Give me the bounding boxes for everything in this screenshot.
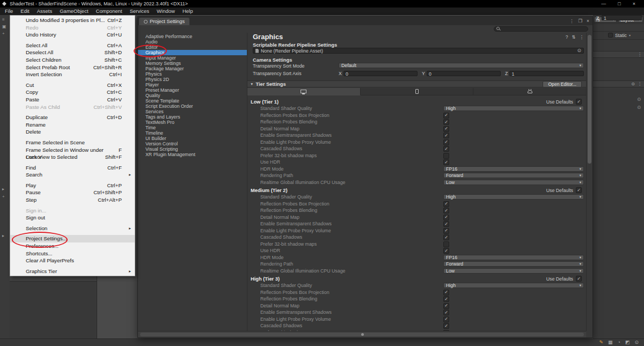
edit-menu-item[interactable]: Undo Modified 3 properties in Pl... Ctrl…: [10, 17, 135, 24]
edit-menu-item[interactable]: Project Settings...: [10, 235, 135, 242]
settings-category-item[interactable]: UI Builder: [138, 136, 247, 141]
settings-category-item[interactable]: Scene Template: [138, 98, 247, 104]
minimize-button[interactable]: —: [601, 1, 606, 6]
axis-value-input[interactable]: 0: [343, 71, 418, 76]
menu-bar-item[interactable]: GameObject: [56, 8, 92, 15]
edit-menu-item[interactable]: Preferences...: [10, 242, 135, 250]
edit-menu-item[interactable]: Frame Selected in Window under Cursor F: [10, 146, 135, 154]
settings-category-item[interactable]: Script Execution Order: [138, 104, 247, 109]
settings-category-item[interactable]: TextMesh Pro: [138, 120, 247, 125]
settings-category-item[interactable]: Visual Scripting: [138, 146, 247, 152]
tier-setting-dropdown[interactable]: FP16 ▾: [443, 166, 584, 172]
tool-strip-icon[interactable]: +: [2, 31, 5, 36]
menu-bar-item[interactable]: File: [1, 8, 17, 15]
settings-category-item[interactable]: Preset Manager: [138, 87, 247, 93]
close-tab-icon[interactable]: ×: [587, 18, 589, 24]
edit-menu-item[interactable]: Cut Ctrl+X: [10, 82, 135, 89]
tier-setting-checkbox[interactable]: ✓: [443, 290, 449, 296]
tool-strip-icon[interactable]: ▸: [2, 233, 4, 238]
settings-category-item[interactable]: Package Manager: [138, 66, 247, 71]
settings-category-item[interactable]: XR Plugin Management: [138, 152, 247, 157]
more-icon[interactable]: ⋮: [580, 34, 584, 40]
axis-value-input[interactable]: 1: [509, 71, 584, 76]
edit-menu-item[interactable]: Step Ctrl+Alt+P: [10, 196, 135, 204]
edit-menu-item[interactable]: Selection ▸: [10, 225, 135, 232]
object-picker-icon[interactable]: ⊙: [637, 97, 641, 102]
tab-platform-other[interactable]: [473, 88, 586, 95]
tier-setting-dropdown[interactable]: Forward ▾: [443, 173, 584, 178]
axis-value-input[interactable]: 0: [427, 71, 501, 76]
settings-category-item[interactable]: Physics 2D: [138, 77, 247, 82]
menu-bar-item[interactable]: Help: [179, 8, 197, 15]
edit-menu-item[interactable]: Shortcuts...: [10, 250, 135, 257]
tab-platform-desktop[interactable]: [247, 88, 361, 95]
tier-settings-header[interactable]: ▼ Tier Settings Open Editor...: [247, 80, 586, 87]
status-bar-icon[interactable]: ◩: [625, 340, 630, 345]
tier-setting-checkbox[interactable]: ✓: [443, 159, 449, 165]
menu-bar-item[interactable]: Window: [153, 8, 179, 15]
edit-menu-item[interactable]: Find Ctrl+F: [10, 164, 135, 172]
edit-menu-item[interactable]: Play Ctrl+P: [10, 182, 135, 189]
tier-setting-dropdown[interactable]: Low ▾: [443, 268, 584, 274]
maximize-button[interactable]: □: [618, 1, 620, 6]
edit-menu-item[interactable]: Duplicate Ctrl+D: [10, 114, 135, 121]
object-picker-icon[interactable]: ⊙: [637, 105, 641, 110]
edit-menu-item[interactable]: Redo Ctrl+Y: [10, 24, 135, 32]
object-picker-icon[interactable]: ⊙: [631, 82, 635, 86]
scrollbar-dot[interactable]: [361, 333, 364, 336]
tier-setting-dropdown[interactable]: Low ▾: [443, 180, 584, 185]
tool-strip-icon[interactable]: ▸: [2, 187, 4, 192]
settings-search-input[interactable]: [502, 27, 588, 31]
tier-setting-checkbox[interactable]: ✓: [443, 234, 449, 240]
tier-setting-checkbox[interactable]: ✓: [443, 221, 449, 227]
tier-setting-checkbox[interactable]: ✓: [443, 310, 449, 315]
help-icon[interactable]: ?: [566, 34, 568, 40]
settings-category-item[interactable]: Timeline: [138, 130, 247, 136]
tier-setting-checkbox[interactable]: ✓: [443, 208, 449, 214]
settings-category-item[interactable]: Tags and Layers: [138, 114, 247, 120]
settings-category-item[interactable]: Player: [138, 82, 247, 87]
edit-menu-item[interactable]: Paste As Child Ctrl+Shift+V: [10, 104, 135, 111]
edit-menu-item[interactable]: Pause Ctrl+Shift+P: [10, 189, 135, 196]
more-icon[interactable]: ⋮: [638, 82, 642, 86]
settings-category-item[interactable]: Adaptive Performance: [138, 34, 247, 39]
tier-setting-dropdown[interactable]: High ▾: [443, 194, 584, 200]
edit-menu-item[interactable]: Select All Ctrl+A: [10, 42, 135, 49]
use-defaults-checkbox[interactable]: ✓: [576, 99, 582, 105]
menu-bar-item[interactable]: Edit: [17, 8, 33, 15]
status-bar-icon[interactable]: ✎: [599, 340, 603, 345]
tier-setting-checkbox[interactable]: ✓: [443, 296, 449, 302]
edit-menu-item[interactable]: Select Prefab Root Ctrl+Shift+R: [10, 64, 135, 71]
settings-category-item[interactable]: Services: [138, 109, 247, 114]
menu-bar-item[interactable]: Component: [92, 8, 126, 15]
tier-setting-checkbox[interactable]: ✓: [443, 228, 449, 234]
close-button[interactable]: ×: [633, 1, 635, 6]
tool-strip-icon[interactable]: ≡: [2, 17, 5, 22]
edit-menu-item[interactable]: Sign in...: [10, 207, 135, 215]
edit-menu-item[interactable]: Rename: [10, 121, 135, 129]
tier-setting-checkbox[interactable]: ✓: [443, 139, 449, 145]
transparency-sort-mode-dropdown[interactable]: Default ▾: [339, 63, 584, 68]
float-window-icon[interactable]: ❐: [578, 18, 582, 24]
tier-setting-checkbox[interactable]: ✓: [443, 248, 449, 254]
open-editor-button[interactable]: Open Editor...: [543, 81, 582, 87]
object-picker-icon[interactable]: ⊙: [577, 48, 581, 53]
tier-setting-checkbox[interactable]: ✓: [443, 132, 449, 138]
tier-setting-checkbox[interactable]: ✓: [443, 126, 449, 132]
render-pipeline-asset-field[interactable]: None (Render Pipeline Asset) ⊙: [253, 48, 584, 54]
chevron-down-icon[interactable]: ▾: [629, 33, 631, 37]
edit-menu-item[interactable]: Deselect All Shift+D: [10, 49, 135, 56]
presets-icon[interactable]: ⇅: [572, 34, 575, 40]
edit-menu-item[interactable]: Select Children Shift+C: [10, 56, 135, 64]
tier-setting-checkbox[interactable]: ✓: [443, 241, 449, 247]
settings-category-item[interactable]: Physics: [138, 71, 247, 77]
edit-menu-item[interactable]: Graphics Tier ▸: [10, 268, 135, 275]
status-bar-icon[interactable]: ▦: [608, 340, 613, 345]
edit-menu-item[interactable]: Invert Selection Ctrl+I: [10, 71, 135, 78]
settings-category-item[interactable]: Input Manager: [138, 55, 247, 61]
edit-menu-item[interactable]: Clear All PlayerPrefs: [10, 257, 135, 264]
tier-setting-checkbox[interactable]: ✓: [443, 215, 449, 220]
use-defaults-checkbox[interactable]: ✓: [576, 276, 582, 282]
edit-menu-item[interactable]: Delete: [10, 128, 135, 136]
edit-menu-item[interactable]: Lock View to Selected Shift+F: [10, 153, 135, 161]
